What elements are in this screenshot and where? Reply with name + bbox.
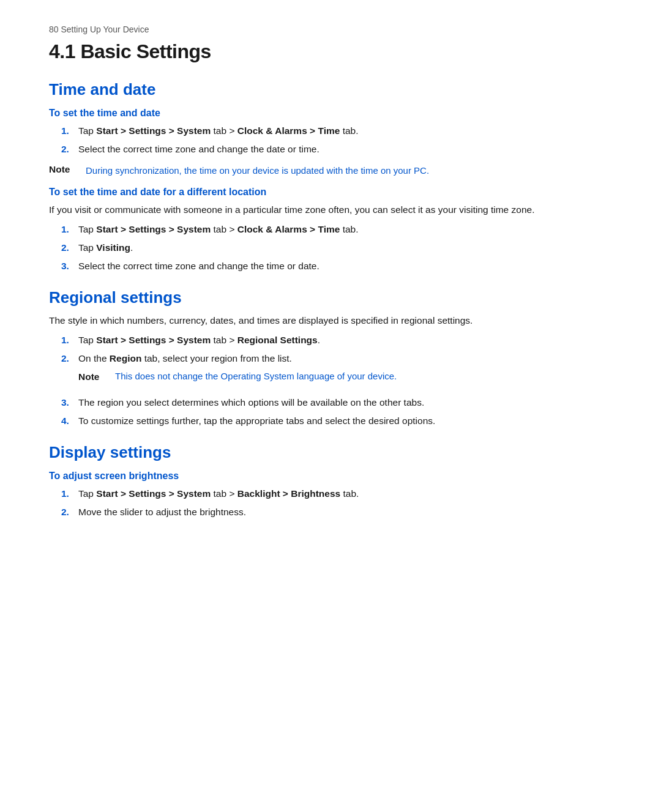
step-content: To customize settings further, tap the a…: [78, 414, 612, 428]
body-text-different-location: If you visit or communicate with someone…: [49, 203, 612, 217]
list-item: 2. Tap Visiting.: [61, 240, 612, 255]
section-regional-settings: Regional settings The style in which num…: [49, 288, 612, 428]
chapter-title: 4.1 Basic Settings: [49, 40, 612, 63]
steps-list-regional: 1. Tap Start > Settings > System tab > R…: [49, 333, 612, 428]
list-item: 1. Tap Start > Settings > System tab > C…: [61, 124, 612, 138]
step-number: 3.: [61, 259, 78, 274]
section-title-display: Display settings: [49, 443, 612, 462]
note-block-sync: Note During synchronization, the time on…: [49, 164, 612, 178]
step-content: Tap Start > Settings > System tab > Cloc…: [78, 222, 612, 237]
step-number: 1.: [61, 333, 78, 348]
step-content: Select the correct time zone and change …: [78, 259, 612, 274]
step-number: 1.: [61, 124, 78, 138]
step-content: Move the slider to adjust the brightness…: [78, 505, 612, 520]
step-content: Tap Visiting.: [78, 240, 612, 255]
list-item: 4. To customize settings further, tap th…: [61, 414, 612, 428]
section-title-regional: Regional settings: [49, 288, 612, 307]
step-content: On the Region tab, select your region fr…: [78, 351, 612, 392]
note-label: Note: [49, 164, 86, 175]
step-content: Tap Start > Settings > System tab > Cloc…: [78, 124, 612, 138]
step-number: 2.: [61, 142, 78, 157]
note-text: This does not change the Operating Syste…: [115, 370, 612, 384]
subsection-set-time-date: To set the time and date 1. Tap Start > …: [49, 108, 612, 178]
list-item: 1. Tap Start > Settings > System tab > C…: [61, 222, 612, 237]
subsection-title-different-location: To set the time and date for a different…: [49, 187, 612, 198]
list-item: 2. Move the slider to adjust the brightn…: [61, 505, 612, 520]
step-number: 1.: [61, 222, 78, 237]
list-item: 1. Tap Start > Settings > System tab > R…: [61, 333, 612, 348]
step-number: 1.: [61, 486, 78, 501]
step-content: Select the correct time zone and change …: [78, 142, 612, 157]
list-item: 2. Select the correct time zone and chan…: [61, 142, 612, 157]
step-number: 2.: [61, 351, 78, 366]
list-item: 3. Select the correct time zone and chan…: [61, 259, 612, 274]
step-content: Tap Start > Settings > System tab > Back…: [78, 486, 612, 501]
step-number: 2.: [61, 505, 78, 520]
note-block-region: Note This does not change the Operating …: [78, 370, 612, 384]
list-item: 1. Tap Start > Settings > System tab > B…: [61, 486, 612, 501]
steps-list-set-time-date: 1. Tap Start > Settings > System tab > C…: [49, 124, 612, 157]
step-number: 2.: [61, 240, 78, 255]
section-display-settings: Display settings To adjust screen bright…: [49, 443, 612, 520]
subsection-different-location: To set the time and date for a different…: [49, 187, 612, 274]
note-label: Note: [78, 370, 115, 384]
note-text: During synchronization, the time on your…: [86, 164, 612, 178]
list-item: 2. On the Region tab, select your region…: [61, 351, 612, 392]
page-number: 80 Setting Up Your Device: [49, 24, 612, 34]
subsection-brightness: To adjust screen brightness 1. Tap Start…: [49, 471, 612, 520]
steps-list-brightness: 1. Tap Start > Settings > System tab > B…: [49, 486, 612, 520]
steps-list-different-location: 1. Tap Start > Settings > System tab > C…: [49, 222, 612, 274]
section-title-time-date: Time and date: [49, 80, 612, 99]
step-content: The region you select determines which o…: [78, 395, 612, 410]
body-text-regional: The style in which numbers, currency, da…: [49, 313, 612, 328]
list-item: 3. The region you select determines whic…: [61, 395, 612, 410]
subsection-title-brightness: To adjust screen brightness: [49, 471, 612, 482]
step-number: 3.: [61, 395, 78, 410]
section-time-and-date: Time and date To set the time and date 1…: [49, 80, 612, 274]
step-number: 4.: [61, 414, 78, 428]
subsection-title-set-time-date: To set the time and date: [49, 108, 612, 119]
step-content: Tap Start > Settings > System tab > Regi…: [78, 333, 612, 348]
